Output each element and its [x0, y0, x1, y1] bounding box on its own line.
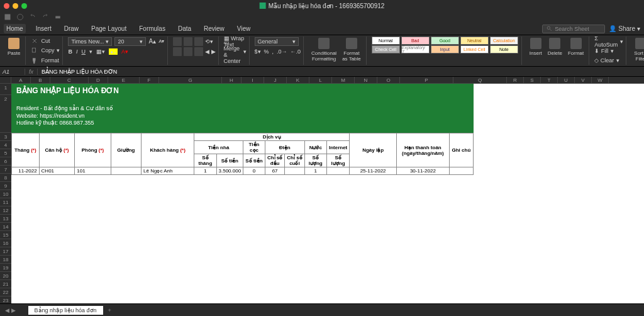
row-header-6[interactable]: 6 [0, 157, 11, 166]
col-header-K[interactable]: K [287, 77, 309, 83]
italic-button[interactable]: I [76, 48, 78, 55]
font-size-dropdown[interactable]: 20▾ [114, 37, 146, 46]
fx-icon[interactable]: fx [25, 69, 38, 75]
col-header-G[interactable]: G [159, 77, 222, 83]
row-header-1[interactable]: 1 [0, 84, 11, 95]
sheet-nav[interactable]: ◀ ▶ [5, 307, 16, 313]
row-header-4[interactable]: 4 [0, 141, 11, 149]
row-header-13[interactable]: 13 [0, 215, 11, 223]
tab-view[interactable]: View [235, 24, 253, 33]
style-note[interactable]: Note [490, 45, 518, 54]
tab-home[interactable]: Home [4, 24, 26, 33]
col-header-I[interactable]: I [242, 77, 264, 83]
maximize-window[interactable] [21, 3, 27, 9]
table-row[interactable]: 11-2022 CH01 101 Lê Ngọc Anh 1 3.500.000… [12, 167, 474, 175]
col-header-N[interactable]: N [355, 77, 377, 83]
insert-cells-button[interactable]: Insert [527, 37, 545, 65]
invoice-table[interactable]: Tháng (*) Căn hộ (*) Phòng (*) Giường Kh… [11, 133, 474, 175]
autosum-button[interactable]: Σ AutoSum [594, 35, 618, 48]
orientation-icon[interactable]: ⟲▾ [205, 38, 213, 45]
row-header-12[interactable]: 12 [0, 206, 11, 215]
font-name-dropdown[interactable]: Times New...▾ [68, 37, 112, 46]
add-sheet-button[interactable]: + [108, 307, 111, 313]
sheet-tab[interactable]: Bảng nhập liệu hóa đơn [28, 306, 103, 315]
delete-cells-button[interactable]: Delete [545, 37, 565, 65]
col-header-D[interactable]: D [89, 77, 108, 83]
increase-decimal-icon[interactable]: .0→ [277, 48, 287, 55]
merge-center-button[interactable]: ▭ Merge & Center [224, 39, 241, 64]
tab-page-layout[interactable]: Page Layout [89, 24, 129, 33]
style-normal[interactable]: Normal [372, 37, 400, 45]
row-header-9[interactable]: 9 [0, 182, 11, 190]
save-icon[interactable] [4, 13, 11, 21]
row-header-14[interactable]: 14 [0, 223, 11, 231]
comma-icon[interactable]: , [272, 48, 274, 55]
tab-draw[interactable]: Draw [62, 24, 81, 33]
increase-font-icon[interactable]: A▴ [148, 38, 156, 45]
col-header-C[interactable]: C [50, 77, 89, 83]
name-box[interactable]: A1 [0, 69, 25, 75]
col-header-Q[interactable]: Q [453, 77, 507, 83]
percent-icon[interactable]: % [264, 48, 269, 55]
tab-review[interactable]: Review [201, 24, 227, 33]
row-header-18[interactable]: 18 [0, 256, 11, 264]
row-header-17[interactable]: 17 [0, 247, 11, 256]
format-painter-button[interactable]: Format [41, 57, 59, 64]
col-header-H[interactable]: H [222, 77, 242, 83]
currency-icon[interactable]: $▾ [255, 48, 261, 55]
style-input[interactable]: Input [431, 45, 459, 54]
style-check-cell[interactable]: Check Cell [372, 45, 400, 54]
copy-button[interactable]: Copy [41, 47, 54, 54]
number-format-dropdown[interactable]: General▾ [255, 37, 299, 46]
cut-icon[interactable] [31, 37, 38, 45]
underline-button[interactable]: U [82, 48, 86, 55]
row-header-5[interactable]: 5 [0, 149, 11, 157]
decrease-indent-icon[interactable]: ◀ [205, 48, 209, 55]
style-bad[interactable]: Bad [401, 37, 430, 45]
bold-button[interactable]: B [68, 48, 72, 55]
share-button[interactable]: 👤 Share ▾ [609, 25, 640, 32]
clear-button[interactable]: ◇ Clear [594, 57, 614, 64]
col-header-U[interactable]: U [558, 77, 575, 83]
format-painter-icon[interactable] [31, 57, 38, 64]
tab-formulas[interactable]: Formulas [136, 24, 168, 33]
close-window[interactable] [4, 3, 9, 9]
col-header-M[interactable]: M [332, 77, 355, 83]
tab-insert[interactable]: Insert [33, 24, 54, 33]
row-header-20[interactable]: 20 [0, 272, 11, 280]
style-neutral[interactable]: Neutral [460, 37, 489, 45]
copy-icon[interactable] [31, 47, 38, 54]
font-color-button[interactable]: A▾ [121, 48, 128, 55]
align-top-icon[interactable] [173, 37, 182, 46]
decrease-decimal-icon[interactable]: ←.0 [291, 48, 301, 55]
style-linked-cell[interactable]: Linked Cell [460, 45, 489, 54]
select-all-corner[interactable] [0, 77, 11, 83]
increase-indent-icon[interactable]: ▶ [211, 48, 216, 55]
row-header-7[interactable]: 7 [0, 166, 11, 174]
fill-color-button[interactable]: ⬥▾ [109, 48, 118, 55]
row-header-11[interactable]: 11 [0, 198, 11, 206]
style-explanatory[interactable]: Explanatory T... [401, 45, 430, 54]
row-header-3[interactable]: 3 [0, 133, 11, 141]
style-good[interactable]: Good [431, 37, 459, 45]
tab-data[interactable]: Data [175, 24, 194, 33]
align-center-icon[interactable] [184, 47, 192, 56]
row-header-10[interactable]: 10 [0, 190, 11, 198]
col-header-S[interactable]: S [524, 77, 541, 83]
undo-icon[interactable] [29, 13, 36, 21]
conditional-formatting-button[interactable]: Conditional Formatting [309, 37, 339, 65]
col-header-R[interactable]: R [507, 77, 524, 83]
style-calculation[interactable]: Calculation [490, 37, 518, 45]
align-right-icon[interactable] [194, 47, 203, 56]
redo-icon[interactable] [42, 13, 49, 21]
col-header-E[interactable]: E [108, 77, 140, 83]
cells-grid[interactable]: BẢNG NHẬP LIỆU HÓA ĐƠN Resident - Bất độ… [11, 84, 644, 316]
row-header-16[interactable]: 16 [0, 239, 11, 247]
col-header-A[interactable]: A [11, 77, 31, 83]
print-icon[interactable] [54, 13, 62, 21]
format-cells-button[interactable]: Format [565, 37, 586, 65]
row-header-19[interactable]: 19 [0, 264, 11, 272]
row-header-8[interactable]: 8 [0, 174, 11, 182]
sort-filter-button[interactable]: Sort & Filter [631, 37, 644, 65]
align-bottom-icon[interactable] [194, 37, 203, 46]
